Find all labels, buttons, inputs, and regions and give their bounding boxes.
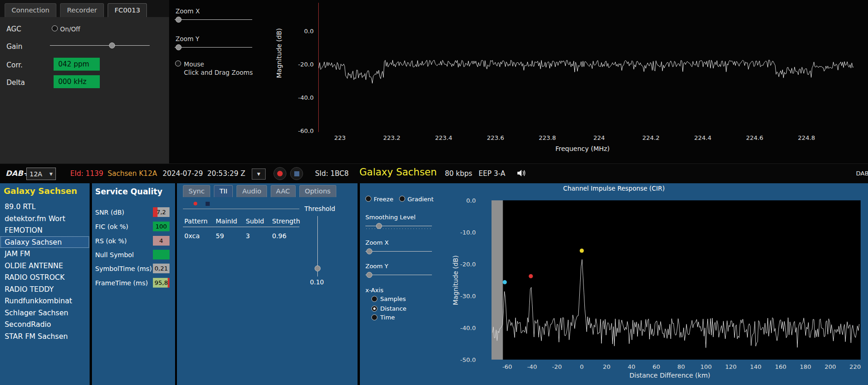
slider-handle[interactable] <box>366 272 372 278</box>
sq-metric-value: 4 <box>159 237 163 244</box>
slider-track <box>175 47 252 48</box>
tuner-tab-bar: ConnectionRecorderFC0013 <box>0 0 169 17</box>
gain-slider[interactable] <box>50 42 150 48</box>
sq-value-box: 100 <box>153 222 170 231</box>
tab-recorder[interactable]: Recorder <box>60 3 104 17</box>
smoothing-label: Smoothing Level <box>365 214 416 221</box>
tii-cell: 0.96 <box>272 232 286 240</box>
threshold-slider[interactable] <box>315 216 321 277</box>
dab-receiver-window: ConnectionRecorderFC0013 AGC On/Off Gain… <box>0 0 868 385</box>
tii-display-baseline <box>183 209 299 209</box>
x-tick-label: 220 <box>850 363 861 370</box>
x-tick-label: 100 <box>700 363 712 370</box>
station-list-item[interactable]: 89.0 RTL <box>0 201 89 213</box>
y-tick-label: -40.0 <box>298 94 314 101</box>
x-tick-label: 223.4 <box>435 134 452 141</box>
y-tick-label: -20.0 <box>298 61 314 68</box>
history-dropdown-button[interactable]: ▼ <box>252 168 266 180</box>
sq-value-box: 7,2 <box>153 207 170 217</box>
sq-metric-label: FIC (ok %) <box>95 223 128 230</box>
zoom-y-slider[interactable] <box>175 44 252 50</box>
cir-zoom-y-slider[interactable] <box>365 272 432 278</box>
xaxis-radio[interactable] <box>371 306 377 312</box>
x-axis-title: Frequency (MHz) <box>555 145 610 152</box>
gradient-radio[interactable] <box>399 196 405 202</box>
protection-label: EEP 3-A <box>479 169 505 178</box>
tii-table-header: PatternMainIdSubIdStrength <box>177 217 358 226</box>
x-tick-label: -40 <box>527 363 537 370</box>
tii-table-divider <box>183 227 299 227</box>
station-list-item[interactable]: RADIO TEDDY <box>0 283 89 295</box>
slider-handle[interactable] <box>376 223 382 229</box>
agc-radio[interactable] <box>52 25 58 31</box>
slider-track <box>50 45 150 46</box>
x-tick-label: 223.8 <box>539 134 556 141</box>
tab-aac[interactable]: AAC <box>271 185 296 197</box>
station-list-item[interactable]: OLDIE ANTENNE <box>0 260 89 272</box>
mouse-hint-label: Click and Drag Zooms <box>184 69 253 76</box>
tab-sync[interactable]: Sync <box>183 185 210 197</box>
y-tick-label: -10.0 <box>460 229 476 236</box>
slider-track <box>175 19 252 20</box>
cir-plot[interactable]: 0.0-10.0-20.0-30.0-40.0-50.0-60-40-20020… <box>360 183 868 385</box>
cir-title: Channel Impulse Response (CIR) <box>360 185 868 192</box>
x-tick-label: 120 <box>725 363 737 370</box>
gradient-label: Gradient <box>407 196 434 203</box>
sq-value-box: 0,21 <box>153 264 170 273</box>
station-list-item[interactable]: SecondRadio <box>0 319 89 331</box>
station-list-item[interactable]: Rundfunkkombinat <box>0 295 89 307</box>
y-tick-label: -60.0 <box>298 127 314 134</box>
x-axis-title: Distance Difference (km) <box>630 372 710 379</box>
slider-handle[interactable] <box>109 42 115 48</box>
corner-label: DAB <box>856 170 868 177</box>
cir-plot-area <box>492 200 861 360</box>
slider-handle[interactable] <box>315 265 321 271</box>
bitrate-label: 80 kbps <box>445 169 472 178</box>
tab-options[interactable]: Options <box>299 185 336 197</box>
speaker-icon[interactable] <box>516 168 527 180</box>
station-list-item[interactable]: STAR FM Sachsen <box>0 331 89 343</box>
sq-row: Null Symbol <box>92 250 175 261</box>
slider-track <box>365 275 432 275</box>
agc-option-label: On/Off <box>60 25 80 33</box>
corr-value: 042 ppm <box>54 58 100 71</box>
sq-metric-label: FrameTime (ms) <box>95 279 148 287</box>
xaxis-radio[interactable] <box>371 296 377 302</box>
tab-fc0013[interactable]: FC0013 <box>108 3 147 17</box>
sq-value-box: 4 <box>153 236 170 246</box>
station-list-item[interactable]: Schlager Sachsen <box>0 307 89 319</box>
station-list-item[interactable]: JAM FM <box>0 248 89 260</box>
channel-selector[interactable]: 12A ▼ <box>26 168 56 180</box>
station-list-item[interactable]: Galaxy Sachsen <box>0 236 89 248</box>
y-tick-label: -20.0 <box>460 261 476 268</box>
y-tick-label: -40.0 <box>460 325 476 331</box>
record-button[interactable] <box>273 167 286 180</box>
slider-handle[interactable] <box>366 248 372 254</box>
xaxis-radio[interactable] <box>371 314 377 320</box>
freeze-radio[interactable] <box>365 196 371 202</box>
cir-zoom-x-slider[interactable] <box>365 248 432 254</box>
mouse-radio[interactable] <box>175 60 181 66</box>
stop-button[interactable] <box>290 167 303 180</box>
tii-panel: SyncTIIAudioAACOptions PatternMainIdSubI… <box>177 183 358 385</box>
smoothing-slider[interactable] <box>365 223 432 229</box>
tab-connection[interactable]: Connection <box>5 3 56 17</box>
tab-audio[interactable]: Audio <box>237 185 267 197</box>
zoom-x-slider[interactable] <box>175 17 252 23</box>
sq-metric-label: SymbolTime (ms) <box>95 265 152 272</box>
sq-metric-label: SNR (dB) <box>95 209 124 216</box>
station-list-item[interactable]: RADIO OSTROCK <box>0 271 89 283</box>
record-icon <box>277 171 283 176</box>
station-list-item[interactable]: FEMOTION <box>0 224 89 236</box>
tii-marker-dot-icon <box>194 202 197 205</box>
xaxis-option-label: Time <box>380 314 395 321</box>
cir-peak-marker <box>503 280 507 284</box>
tab-tii[interactable]: TII <box>214 185 233 197</box>
slider-handle[interactable] <box>176 17 182 23</box>
slider-handle[interactable] <box>176 44 182 50</box>
service-name: Galaxy Sachsen <box>359 167 437 178</box>
cir-zoom-x-label: Zoom X <box>365 239 389 246</box>
delta-value: 000 kHz <box>54 75 100 88</box>
station-list-item[interactable]: detektor.fm Wort <box>0 213 89 225</box>
tii-column-header: Pattern <box>184 217 207 225</box>
